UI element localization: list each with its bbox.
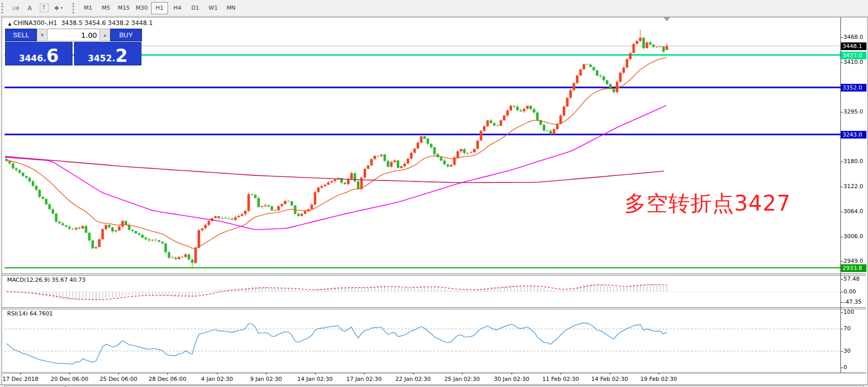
time-axis-border: [2, 373, 866, 373]
tab-timeframe-MN[interactable]: MN: [223, 2, 239, 14]
time-tick: [659, 373, 659, 375]
time-tick: [413, 373, 414, 375]
macd-tick-label: 57.48: [843, 276, 860, 282]
price-badge-3243.0: 3243.0: [841, 131, 866, 139]
time-tick: [266, 373, 267, 375]
volume-input[interactable]: [47, 29, 100, 41]
price-tick-label: 3122.0: [843, 183, 863, 190]
letter-a-icon: A: [28, 5, 32, 12]
macd-plot: [5, 276, 840, 307]
one-click-trade-panel: SELL ▼ ▲ BUY 3446.6 3452.2: [5, 29, 142, 65]
timeframe-group-drag-handle[interactable]: [73, 3, 77, 13]
trade-prices-row: 3446.6 3452.2: [5, 42, 142, 65]
price-badge-3352.0: 3352.0: [841, 84, 866, 92]
rsi-tick-label: 30: [843, 348, 851, 354]
time-tick: [561, 373, 561, 375]
panel-splitter-2[interactable]: [2, 307, 866, 308]
time-axis-label: 4 Jan 02:30: [201, 376, 233, 382]
timeframe-button-group: M1M5M15M30H1H4D1W1MN: [79, 2, 240, 14]
buy-button[interactable]: BUY: [110, 29, 142, 41]
price-tick-label: 3468.0: [843, 34, 863, 40]
macd-tick-label: 0.00: [843, 288, 856, 295]
macd-indicator-label: MACD(12,26,9) 35.67 40.73: [7, 277, 86, 283]
volume-decrease-button[interactable]: ▼: [37, 29, 47, 41]
time-tick: [610, 373, 610, 375]
symbol-period-label: CHINA300-,H1: [13, 19, 57, 27]
letter-t-icon: T: [40, 4, 49, 12]
rsi-tick-label: 70: [843, 325, 851, 332]
ohlc-values: 3438.5 3454.6 3438.2 3448.1: [61, 19, 153, 27]
dots-grid-icon: ⠿⠿: [12, 6, 16, 11]
price-badge-2933.8: 2933.8: [841, 264, 866, 272]
macd-tick-label: -47.35: [843, 299, 861, 305]
chart-end-marker-icon: [664, 17, 670, 21]
price-tick-label: 3180.0: [843, 158, 863, 165]
price-tick-label: 3410.0: [843, 59, 863, 65]
price-axis-border: [840, 17, 841, 373]
time-tick: [69, 373, 70, 375]
rsi-tick-label: 0: [843, 364, 847, 371]
price-badge-3427.0: 3427.0: [841, 52, 866, 59]
toolbar-drag-handle[interactable]: [2, 3, 6, 13]
time-axis-label: 25 Dec 06:00: [100, 376, 137, 382]
time-tick: [512, 373, 512, 375]
tab-timeframe-W1[interactable]: W1: [205, 2, 222, 14]
rsi-plot: [5, 309, 840, 372]
buy-price-pips: 2: [115, 48, 128, 63]
time-tick: [20, 373, 21, 375]
tab-timeframe-H1[interactable]: H1: [151, 2, 168, 14]
collapse-triangle-icon[interactable]: ▲: [8, 21, 11, 26]
time-tick: [217, 373, 218, 375]
price-badge-3448.1: 3448.1: [841, 42, 866, 50]
buy-price-main: 3452: [88, 53, 112, 63]
pivot-annotation-text: 多空转折点3427: [624, 189, 791, 218]
panel-splitter[interactable]: [2, 274, 866, 274]
time-tick: [462, 373, 463, 375]
time-axis-label: 30 Jan 02:30: [494, 376, 529, 382]
tab-timeframe-M5[interactable]: M5: [98, 2, 114, 14]
price-tick-label: 3295.0: [843, 108, 863, 115]
time-tick: [315, 373, 316, 375]
time-axis-label: 19 Feb 02:30: [640, 376, 677, 382]
time-tick: [118, 373, 119, 375]
text-annotation-tool-button[interactable]: A: [23, 2, 36, 15]
time-axis-label: 17 Jan 02:30: [346, 376, 382, 382]
grid-f-icon: F: [17, 6, 19, 11]
rsi-indicator-label: RSI(14) 64.7601: [7, 310, 53, 317]
time-tick: [167, 373, 168, 375]
price-tick-label: 2949.0: [843, 258, 863, 264]
text-label-tool-button[interactable]: T: [37, 2, 51, 15]
time-axis-label: 9 Jan 02:30: [250, 376, 282, 382]
volume-increase-button[interactable]: ▲: [100, 29, 110, 41]
time-axis-label: 28 Dec 06:00: [149, 376, 186, 382]
tab-timeframe-D1[interactable]: D1: [187, 2, 204, 14]
price-tick-label: 3064.0: [843, 208, 863, 215]
shapes-icon: ❖: [54, 5, 60, 12]
sell-button[interactable]: SELL: [5, 29, 37, 41]
main-toolbar: ⠿⠿F A T ❖ ▾ M1M5M15M30H1H4D1W1MN: [0, 0, 868, 16]
time-axis-label: 22 Jan 02:30: [395, 376, 431, 382]
time-axis-label: 11 Feb 02:30: [542, 376, 579, 382]
chart-title: ▲CHINA300-,H1 3438.5 3454.6 3438.2 3448.…: [8, 19, 153, 27]
tab-timeframe-M1[interactable]: M1: [80, 2, 97, 14]
time-axis-label: 25 Jan 02:30: [444, 376, 480, 382]
indicator-grid-tool-button[interactable]: ⠿⠿F: [9, 2, 22, 15]
sell-price-display[interactable]: 3446.6: [5, 42, 73, 65]
chevron-down-icon: ▾: [60, 6, 62, 10]
time-axis-label: 14 Feb 02:30: [591, 376, 628, 382]
time-axis-label: 14 Jan 02:30: [297, 376, 333, 382]
bottom-strip: [0, 384, 868, 387]
tab-timeframe-H4[interactable]: H4: [169, 2, 186, 14]
price-tick-label: 3006.0: [843, 233, 863, 240]
sell-price-main: 3446: [19, 53, 43, 63]
buy-price-display[interactable]: 3452.2: [74, 42, 141, 65]
sell-price-pips: 6: [46, 48, 59, 63]
trade-controls-row: SELL ▼ ▲ BUY: [5, 29, 142, 41]
mt4-chart-screen: { "icons": { "dots_grid": "⠿⠿", "grid_f"…: [0, 0, 868, 387]
tab-timeframe-M30[interactable]: M30: [133, 2, 150, 14]
time-axis-label: 20 Dec 06:00: [51, 376, 88, 382]
tab-timeframe-M15[interactable]: M15: [115, 2, 132, 14]
rsi-tick-label: 100: [843, 309, 854, 315]
shapes-tool-button[interactable]: ❖ ▾: [52, 2, 65, 15]
time-tick: [364, 373, 365, 375]
